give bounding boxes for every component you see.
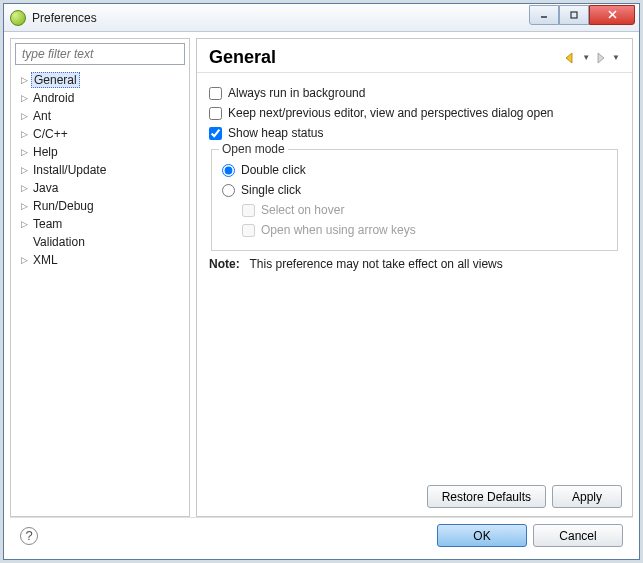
tree-item-label: XML: [31, 253, 60, 267]
help-button[interactable]: ?: [20, 527, 38, 545]
double-click-label: Double click: [241, 163, 306, 177]
restore-defaults-button[interactable]: Restore Defaults: [427, 485, 546, 508]
select-on-hover-label: Select on hover: [261, 203, 344, 217]
preferences-window: Preferences ▷General▷Android▷Ant▷C/C++▷H…: [3, 3, 640, 560]
tree-item-label: Help: [31, 145, 60, 159]
open-mode-legend: Open mode: [219, 142, 288, 156]
window-title: Preferences: [32, 11, 529, 25]
show-heap-row[interactable]: Show heap status: [209, 123, 620, 143]
cancel-button[interactable]: Cancel: [533, 524, 623, 547]
minimize-icon: [539, 10, 549, 20]
note-row: Note: This preference may not take effec…: [209, 257, 620, 271]
back-button[interactable]: [564, 52, 578, 64]
tree-item-label: C/C++: [31, 127, 70, 141]
tree-item-xml[interactable]: ▷XML: [11, 251, 189, 269]
tree-item-validation[interactable]: Validation: [11, 233, 189, 251]
close-icon: [607, 9, 618, 20]
tree-item-install-update[interactable]: ▷Install/Update: [11, 161, 189, 179]
open-arrow-keys-checkbox: [242, 224, 255, 237]
tree-item-ant[interactable]: ▷Ant: [11, 107, 189, 125]
tree-item-label: Install/Update: [31, 163, 108, 177]
expand-icon[interactable]: ▷: [21, 111, 31, 121]
expand-icon[interactable]: ▷: [21, 129, 31, 139]
apply-button[interactable]: Apply: [552, 485, 622, 508]
keep-dialog-open-checkbox[interactable]: [209, 107, 222, 120]
dialog-body: ▷General▷Android▷Ant▷C/C++▷Help▷Install/…: [4, 32, 639, 559]
keep-dialog-open-row[interactable]: Keep next/previous editor, view and pers…: [209, 103, 620, 123]
expand-icon[interactable]: ▷: [21, 165, 31, 175]
show-heap-label: Show heap status: [228, 126, 323, 140]
forward-menu[interactable]: ▼: [612, 53, 620, 62]
filter-input[interactable]: [15, 43, 185, 65]
main-area: ▷General▷Android▷Ant▷C/C++▷Help▷Install/…: [10, 38, 633, 517]
select-on-hover-checkbox: [242, 204, 255, 217]
tree-item-general[interactable]: ▷General: [11, 71, 189, 89]
svg-rect-1: [571, 12, 577, 18]
content-panel: General ▼ ▼ Always run in background: [196, 38, 633, 517]
expand-icon[interactable]: ▷: [21, 75, 31, 85]
always-run-bg-label: Always run in background: [228, 86, 365, 100]
help-icon: ?: [25, 528, 32, 543]
sidebar: ▷General▷Android▷Ant▷C/C++▷Help▷Install/…: [10, 38, 190, 517]
always-run-bg-row[interactable]: Always run in background: [209, 83, 620, 103]
tree-item-run-debug[interactable]: ▷Run/Debug: [11, 197, 189, 215]
note-text: This preference may not take effect on a…: [249, 257, 502, 271]
footer: ? OK Cancel: [10, 517, 633, 553]
note-label: Note:: [209, 257, 240, 271]
content-body: Always run in background Keep next/previ…: [197, 73, 632, 477]
expand-icon[interactable]: ▷: [21, 255, 31, 265]
window-controls: [529, 5, 635, 25]
preferences-tree[interactable]: ▷General▷Android▷Ant▷C/C++▷Help▷Install/…: [11, 69, 189, 516]
expand-icon[interactable]: ▷: [21, 183, 31, 193]
expand-icon[interactable]: ▷: [21, 201, 31, 211]
nav-arrows: ▼ ▼: [564, 52, 620, 64]
expand-icon[interactable]: ▷: [21, 147, 31, 157]
arrow-left-icon: [564, 52, 578, 64]
single-click-row[interactable]: Single click: [222, 180, 607, 200]
tree-item-java[interactable]: ▷Java: [11, 179, 189, 197]
page-button-row: Restore Defaults Apply: [197, 477, 632, 516]
tree-item-label: Java: [31, 181, 60, 195]
keep-dialog-open-label: Keep next/previous editor, view and pers…: [228, 106, 554, 120]
app-icon: [10, 10, 26, 26]
titlebar[interactable]: Preferences: [4, 4, 639, 32]
expand-icon[interactable]: ▷: [21, 219, 31, 229]
double-click-radio[interactable]: [222, 164, 235, 177]
open-arrow-keys-label: Open when using arrow keys: [261, 223, 416, 237]
tree-item-help[interactable]: ▷Help: [11, 143, 189, 161]
select-on-hover-row: Select on hover: [242, 200, 607, 220]
ok-button[interactable]: OK: [437, 524, 527, 547]
minimize-button[interactable]: [529, 5, 559, 25]
page-title: General: [209, 47, 564, 68]
arrow-right-icon: [594, 52, 608, 64]
tree-item-label: Team: [31, 217, 64, 231]
forward-button[interactable]: [594, 52, 608, 64]
tree-item-team[interactable]: ▷Team: [11, 215, 189, 233]
always-run-bg-checkbox[interactable]: [209, 87, 222, 100]
open-arrow-keys-row: Open when using arrow keys: [242, 220, 607, 240]
show-heap-checkbox[interactable]: [209, 127, 222, 140]
back-menu[interactable]: ▼: [582, 53, 590, 62]
close-button[interactable]: [589, 5, 635, 25]
maximize-icon: [569, 10, 579, 20]
expand-icon[interactable]: ▷: [21, 93, 31, 103]
tree-item-label: Run/Debug: [31, 199, 96, 213]
tree-item-android[interactable]: ▷Android: [11, 89, 189, 107]
tree-item-label: General: [31, 72, 80, 88]
tree-item-c-c-[interactable]: ▷C/C++: [11, 125, 189, 143]
single-click-radio[interactable]: [222, 184, 235, 197]
tree-item-label: Android: [31, 91, 76, 105]
double-click-row[interactable]: Double click: [222, 160, 607, 180]
maximize-button[interactable]: [559, 5, 589, 25]
tree-item-label: Validation: [31, 235, 87, 249]
open-mode-group: Open mode Double click Single click: [211, 149, 618, 251]
tree-item-label: Ant: [31, 109, 53, 123]
single-click-label: Single click: [241, 183, 301, 197]
